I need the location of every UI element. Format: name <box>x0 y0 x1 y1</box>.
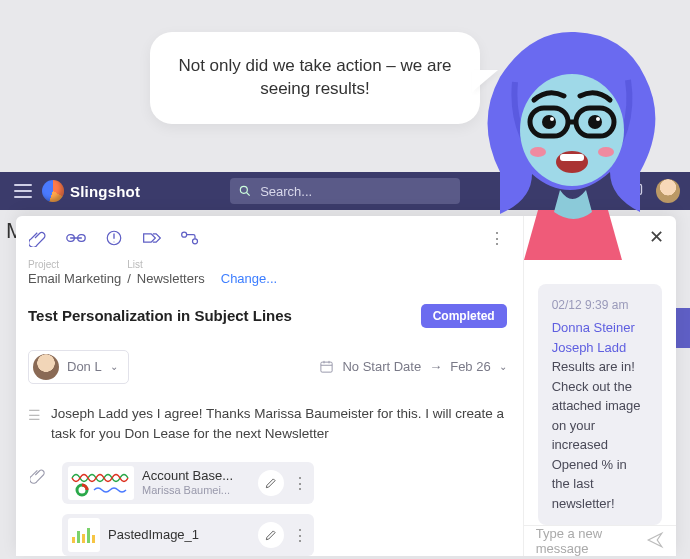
tag-icon[interactable] <box>142 228 162 248</box>
message-mentions[interactable]: Donna Steiner Joseph Ladd <box>552 318 648 357</box>
alert-icon[interactable] <box>104 228 124 248</box>
svg-rect-10 <box>77 531 80 543</box>
speech-bubble: Not only did we take action – we are see… <box>150 32 480 124</box>
start-date: No Start Date <box>342 359 421 374</box>
chevron-down-icon: ⌄ <box>110 361 118 372</box>
attachment-name: PastedImage_1 <box>108 528 199 543</box>
svg-point-24 <box>598 147 614 157</box>
search-placeholder: Search... <box>260 184 312 199</box>
svg-rect-7 <box>321 362 332 372</box>
crumb-change[interactable]: Change... <box>221 271 277 286</box>
speech-text: Not only did we take action – we are see… <box>174 55 456 101</box>
attachment-more-icon[interactable]: ⋮ <box>292 474 308 493</box>
search-input[interactable]: Search... <box>230 178 460 204</box>
attachment-thumbnail <box>68 518 100 552</box>
task-description[interactable]: Joseph Ladd yes I agree! Thanks Marissa … <box>51 404 507 445</box>
compose-input[interactable]: Type a new message <box>524 525 676 556</box>
crumb-label-list: List <box>127 259 143 270</box>
svg-rect-12 <box>87 528 90 543</box>
brand-logo-icon <box>42 180 64 202</box>
attachments-icon <box>28 462 48 556</box>
message-body: Results are in! Check out the attached i… <box>552 357 648 513</box>
edit-icon[interactable] <box>258 522 284 548</box>
mascot-illustration <box>460 22 680 260</box>
attachment-sub: Marissa Baumei... <box>142 484 233 497</box>
task-toolbar: ⋮ <box>28 224 507 253</box>
assignee-name: Don L <box>67 359 102 374</box>
arrow-right-icon: → <box>429 359 442 374</box>
edit-icon[interactable] <box>258 470 284 496</box>
svg-rect-9 <box>72 537 75 543</box>
subtask-icon[interactable] <box>180 228 200 248</box>
attachment-card[interactable]: Account Base... Marissa Baumei... ⋮ <box>62 462 314 504</box>
svg-point-20 <box>596 117 600 121</box>
send-icon[interactable] <box>646 531 664 552</box>
message-timestamp: 02/12 9:39 am <box>552 296 648 314</box>
breadcrumb: Project List Email Marketing / Newslette… <box>28 259 507 286</box>
attachment-icon[interactable] <box>28 228 48 248</box>
menu-icon[interactable] <box>10 178 36 204</box>
svg-point-0 <box>240 186 247 193</box>
drag-handle-icon[interactable]: ☰ <box>28 404 41 445</box>
task-panel: ⋮ Project List Email Marketing / Newslet… <box>16 216 676 556</box>
svg-point-5 <box>182 232 187 237</box>
svg-point-6 <box>193 239 198 244</box>
link-icon[interactable] <box>66 228 86 248</box>
status-badge[interactable]: Completed <box>421 304 507 328</box>
crumb-label-project: Project <box>28 259 59 270</box>
svg-rect-13 <box>92 535 95 543</box>
svg-point-19 <box>588 115 602 129</box>
crumb-list[interactable]: Newsletters <box>137 271 205 286</box>
attachment-more-icon[interactable]: ⋮ <box>292 526 308 545</box>
calendar-icon <box>319 359 334 374</box>
due-date: Feb 26 <box>450 359 490 374</box>
svg-rect-11 <box>82 534 85 543</box>
svg-point-17 <box>542 115 556 129</box>
date-range[interactable]: No Start Date → Feb 26 ⌄ <box>319 359 506 374</box>
attachment-name: Account Base... <box>142 469 233 484</box>
svg-point-18 <box>550 117 554 121</box>
brand[interactable]: Slingshot <box>42 180 140 202</box>
svg-rect-22 <box>560 154 584 161</box>
chevron-down-icon: ⌄ <box>499 361 507 372</box>
task-title: Test Personalization in Subject Lines <box>28 307 292 324</box>
assignee-avatar <box>33 354 59 380</box>
compose-placeholder: Type a new message <box>536 526 646 556</box>
crumb-project[interactable]: Email Marketing <box>28 271 121 286</box>
assignee-picker[interactable]: Don L ⌄ <box>28 350 129 384</box>
activity-message: 02/12 9:39 am Donna Steiner Joseph Ladd … <box>538 284 662 525</box>
attachment-card[interactable]: PastedImage_1 ⋮ <box>62 514 314 556</box>
svg-point-23 <box>530 147 546 157</box>
attachment-thumbnail <box>68 466 134 500</box>
search-icon <box>238 184 252 198</box>
brand-name: Slingshot <box>70 183 140 200</box>
